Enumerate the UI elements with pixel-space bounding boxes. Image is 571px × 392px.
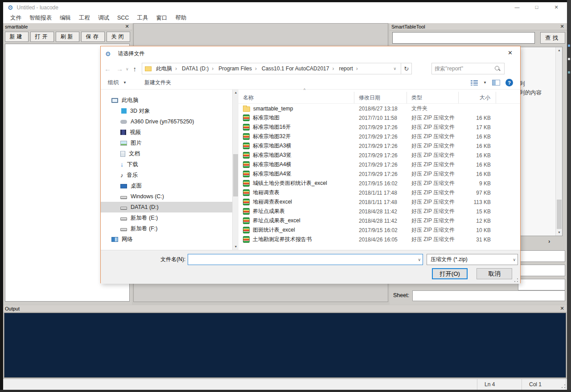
file-row[interactable]: 地籍调查表 2018/1/11 17:48 好压 ZIP 压缩文件 97 KB	[238, 188, 520, 197]
sidebar-item[interactable]: 新加卷 (F:)	[101, 223, 232, 234]
menu-item[interactable]: 工具	[133, 14, 152, 22]
resize-grip[interactable]	[561, 384, 566, 388]
smarttable-button[interactable]: 保存	[81, 32, 105, 42]
breadcrumb-segment[interactable]: 此电脑	[155, 65, 181, 73]
sidebar-item[interactable]: 下载	[101, 159, 232, 170]
up-icon[interactable]: ↑	[133, 65, 137, 73]
sidebar-item[interactable]: 音乐	[101, 170, 232, 180]
file-row[interactable]: 土地勘测定界技术报告书 2018/4/26 16:05 好压 ZIP 压缩文件 …	[238, 235, 520, 244]
filename-input[interactable]	[189, 255, 413, 264]
sidebar-item[interactable]: 3D 对象	[101, 106, 232, 116]
sidebar-item[interactable]: 此电脑	[101, 95, 232, 106]
tree-scrollbar[interactable]: ▲ ▼	[232, 90, 238, 250]
filename-dropdown-icon[interactable]: ∨	[418, 257, 421, 262]
preview-pane-icon[interactable]	[492, 80, 500, 86]
view-mode-icon[interactable]	[471, 80, 478, 86]
file-row[interactable]: 标准宗地图32开 2017/9/29 17:26 好压 ZIP 压缩文件 16 …	[238, 132, 520, 141]
history-dropdown-icon[interactable]: ∨	[126, 67, 129, 71]
minimize-button[interactable]: —	[507, 2, 527, 12]
sidebar-item[interactable]: DATA1 (D:)	[101, 202, 232, 212]
menu-item[interactable]: 智能报表	[25, 14, 56, 22]
menu-item[interactable]: 工程	[75, 14, 94, 22]
refresh-icon[interactable]: ↻	[401, 63, 412, 74]
file-row[interactable]: 标准宗地图 2017/7/10 11:58 好压 ZIP 压缩文件 16 KB	[238, 113, 520, 122]
file-row[interactable]: 界址点成果表 2018/4/28 11:42 好压 ZIP 压缩文件 15 KB	[238, 207, 520, 216]
breadcrumb-segment[interactable]: report	[338, 65, 361, 72]
sidebar-item[interactable]: 新加卷 (E:)	[101, 212, 232, 223]
view-mode-dropdown-icon[interactable]: ▼	[483, 81, 487, 85]
dialog-search-input[interactable]	[432, 65, 494, 72]
sidebar-item[interactable]: 视频	[101, 127, 232, 138]
maximize-button[interactable]: □	[527, 2, 546, 12]
smarttabletool-field-1[interactable]	[518, 250, 565, 262]
file-row[interactable]: 标准宗地图A4竖 2017/9/29 17:26 好压 ZIP 压缩文件 16 …	[238, 169, 520, 179]
sidebar-item[interactable]: A360 Drive (yn76575250)	[101, 116, 232, 127]
scroll-up-icon[interactable]: ▲	[233, 90, 239, 96]
menu-item[interactable]: SCC	[113, 15, 133, 21]
help-icon[interactable]: ?	[505, 79, 513, 86]
scrollbar-thumb[interactable]	[557, 200, 562, 229]
scroll-down-icon[interactable]: ▼	[233, 244, 239, 250]
smarttabletool-field-2[interactable]	[518, 265, 565, 276]
sidebar-item[interactable]: Windows (C:)	[101, 191, 232, 202]
breadcrumb-segment[interactable]: Program Files	[218, 65, 261, 72]
forward-icon[interactable]: →	[116, 65, 123, 73]
back-icon[interactable]: ←	[104, 65, 111, 73]
menu-item[interactable]: 文件	[6, 14, 25, 22]
organize-dropdown-icon[interactable]: ▼	[123, 81, 127, 85]
file-row[interactable]: smarttable_temp 2018/6/27 13:18 文件夹	[238, 104, 520, 113]
filetype-dropdown-icon[interactable]: ∨	[513, 257, 516, 262]
menu-item[interactable]: 窗口	[152, 14, 171, 22]
file-row[interactable]: 城镇土地分类面积统计表_excel 2017/9/15 16:02 好压 ZIP…	[238, 179, 520, 188]
smarttable-button[interactable]: 新建	[5, 32, 29, 42]
smarttable-button[interactable]: 打开	[30, 32, 54, 42]
file-row[interactable]: 标准宗地图A4横 2017/9/29 17:26 好压 ZIP 压缩文件 16 …	[238, 160, 520, 169]
breadcrumb-segment[interactable]: DATA1 (D:)	[181, 65, 218, 72]
smarttable-button[interactable]: 刷新	[56, 32, 79, 42]
filetype-combobox[interactable]: 压缩文件 (*.zip) ∨	[427, 254, 518, 265]
file-row[interactable]: 界址点成果表_excel 2018/4/28 11:42 好压 ZIP 压缩文件…	[238, 216, 520, 225]
column-header-date[interactable]: 修改日期	[354, 92, 407, 103]
file-row[interactable]: 地籍调查表excel 2018/1/11 17:48 好压 ZIP 压缩文件 1…	[238, 197, 520, 207]
sheet-input[interactable]	[412, 290, 565, 301]
sidebar-item[interactable]: 桌面	[101, 180, 232, 191]
smarttable-button[interactable]: 关闭	[107, 32, 130, 42]
menu-item[interactable]: 编辑	[56, 14, 75, 22]
menu-item[interactable]: 调试	[94, 14, 113, 22]
smarttabletool-search-input[interactable]	[392, 32, 535, 44]
address-dropdown-icon[interactable]: ∨	[392, 66, 398, 71]
smarttable-close-icon[interactable]: ✕	[124, 24, 130, 29]
scroll-down-icon[interactable]: ▼	[556, 229, 563, 236]
column-header-size[interactable]: 大小	[459, 92, 496, 103]
dialog-resize-grip[interactable]	[514, 278, 518, 282]
filename-combobox[interactable]: ∨	[188, 254, 423, 265]
sidebar-item[interactable]: 图片	[101, 138, 232, 148]
dialog-search-box[interactable]	[431, 63, 505, 74]
column-header-name[interactable]: 名称	[238, 92, 354, 103]
sidebar-item[interactable]: 文档	[101, 148, 232, 159]
scrollbar-thumb[interactable]	[233, 154, 238, 196]
scroll-up-icon[interactable]: ▲	[556, 47, 563, 53]
output-close-icon[interactable]: ✕	[559, 306, 565, 311]
file-row[interactable]: 标准宗地图16开 2017/9/29 17:26 好压 ZIP 压缩文件 17 …	[238, 122, 520, 132]
file-row[interactable]: 标准宗地图A3竖 2017/9/29 17:26 好压 ZIP 压缩文件 16 …	[238, 151, 520, 160]
open-button[interactable]: 打开(O)	[432, 268, 468, 279]
file-row[interactable]: 标准宗地图A3横 2017/9/29 17:26 好压 ZIP 压缩文件 16 …	[238, 141, 520, 151]
column-header-type[interactable]: 类型	[407, 92, 459, 103]
sort-indicator-icon[interactable]: ^	[304, 88, 305, 92]
expand-chevron-icon[interactable]: ›	[548, 238, 550, 245]
close-button[interactable]: ✕	[546, 2, 566, 12]
smarttabletool-close-icon[interactable]: ✕	[559, 24, 565, 29]
breadcrumb-segment[interactable]: Cass10.1 For AutoCAD2017	[261, 65, 338, 72]
new-folder-button[interactable]: 新建文件夹	[144, 79, 171, 86]
cancel-button[interactable]: 取消	[477, 268, 512, 279]
organize-button[interactable]: 组织	[108, 79, 119, 86]
dialog-close-button[interactable]: ✕	[500, 46, 520, 60]
address-bar[interactable]: 此电脑 DATA1 (D:) Program Files Cass10.1 Fo…	[142, 63, 401, 74]
menu-item[interactable]: 帮助	[171, 14, 190, 22]
file-row[interactable]: 图斑统计表_excel 2017/9/15 16:02 好压 ZIP 压缩文件 …	[238, 225, 520, 235]
sidebar-item[interactable]: 网络	[101, 234, 232, 245]
listbox-item[interactable]: 列的内容	[519, 89, 542, 97]
listbox-scrollbar[interactable]: ▲ ▼	[555, 47, 562, 236]
find-button[interactable]: 查找	[540, 32, 565, 44]
